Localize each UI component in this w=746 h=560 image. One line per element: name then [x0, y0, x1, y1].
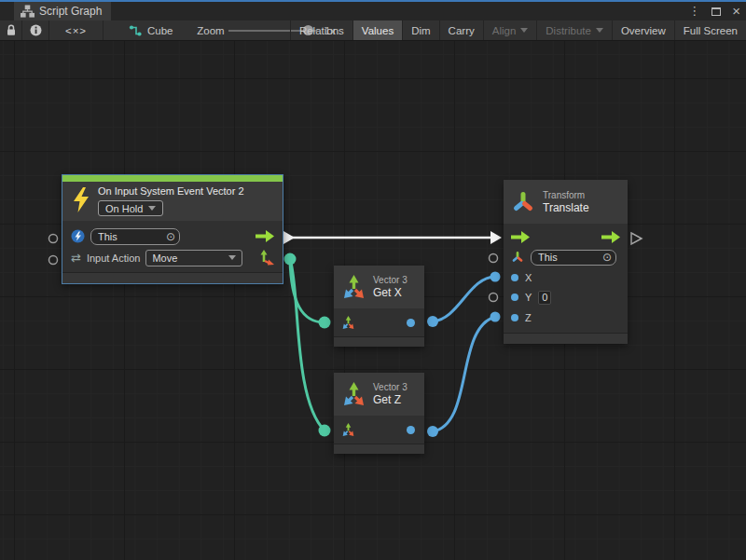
- lock-button[interactable]: [0, 20, 21, 40]
- vector3-input-icon: [341, 423, 355, 437]
- node-category: Vector 3: [373, 381, 408, 393]
- close-icon[interactable]: ×: [732, 2, 740, 20]
- overview-button[interactable]: Overview: [612, 20, 674, 40]
- input-action-label: Input Action: [87, 253, 141, 264]
- tab-title: Script Graph: [39, 5, 102, 18]
- event-this-row: This ⊙: [62, 225, 283, 247]
- float-input-dot[interactable]: [511, 294, 518, 301]
- float-output-dot[interactable]: [407, 426, 415, 434]
- translate-flow-row: [504, 227, 628, 248]
- float-input-dot[interactable]: [511, 314, 518, 321]
- port-y-value-field[interactable]: 0: [538, 291, 551, 305]
- node-title: Get Z: [373, 393, 408, 407]
- graph-target-label: Cube: [147, 25, 173, 36]
- target-picker-icon[interactable]: ⊙: [166, 231, 175, 242]
- info-icon: [30, 24, 42, 36]
- port-x-label: X: [525, 272, 532, 283]
- node-get-x[interactable]: Vector 3 Get X: [334, 266, 424, 347]
- graph-target-button[interactable]: Cube: [129, 20, 185, 40]
- flow-output-arrow-icon[interactable]: [601, 231, 620, 243]
- chevron-down-icon: [148, 206, 156, 211]
- node-title: Translate: [543, 201, 589, 215]
- float-input-dot[interactable]: [511, 274, 518, 281]
- tab-script-graph[interactable]: Script Graph: [14, 2, 111, 20]
- vector3-icon: [341, 382, 366, 407]
- vector3-icon: [341, 275, 366, 300]
- input-action-dropdown[interactable]: Move: [145, 250, 242, 266]
- port-y-label: Y: [525, 292, 532, 303]
- carry-button[interactable]: Carry: [439, 20, 483, 40]
- vector3-input-icon: [341, 316, 355, 330]
- node-footer: [504, 333, 628, 344]
- node-title: On Input System Event Vector 2: [98, 185, 244, 197]
- event-target-icon: [71, 229, 85, 243]
- node-category: Transform: [543, 189, 589, 201]
- align-dropdown[interactable]: Align: [483, 20, 537, 40]
- translate-this-field[interactable]: This ⊙: [531, 250, 616, 266]
- zoom-label: Zoom: [196, 20, 226, 40]
- transform-icon: [511, 190, 535, 214]
- dim-button[interactable]: Dim: [402, 20, 438, 40]
- node-footer: [62, 272, 283, 283]
- flow-output-arrow-icon[interactable]: [256, 230, 274, 242]
- graph-target-icon: [129, 24, 142, 37]
- code-icon: <×>: [65, 25, 87, 36]
- transform-input-icon: [511, 251, 524, 264]
- translate-z-row: Z: [504, 307, 628, 328]
- window-focus-line: [0, 0, 746, 2]
- relations-button[interactable]: Relations: [290, 20, 352, 40]
- graph-toolbar: <×> Cube Zoom 1x Relations Values Dim Ca…: [0, 20, 746, 41]
- script-graph-window: Script Graph ⋮ × <×>: [0, 0, 746, 560]
- translate-y-row: Y 0: [504, 288, 628, 308]
- node-get-z[interactable]: Vector 3 Get Z: [334, 373, 424, 454]
- chevron-down-icon: [520, 28, 528, 33]
- event-accent-bar: [62, 175, 283, 182]
- node-footer: [334, 444, 424, 454]
- distribute-dropdown[interactable]: Distribute: [536, 20, 612, 40]
- script-graph-icon: [21, 5, 35, 19]
- on-hold-dropdown[interactable]: On Hold: [98, 200, 163, 216]
- tab-bar: Script Graph ⋮ ×: [0, 0, 746, 20]
- target-picker-icon[interactable]: ⊙: [602, 252, 612, 263]
- full-screen-button[interactable]: Full Screen: [674, 20, 746, 40]
- chevron-down-icon: [596, 28, 603, 33]
- window-menu-icon[interactable]: ⋮: [688, 2, 700, 20]
- event-action-row: ⇄ Input Action Move: [62, 247, 283, 268]
- chevron-down-icon: [228, 255, 236, 260]
- node-on-input-system-event[interactable]: On Input System Event Vector 2 On Hold T…: [62, 174, 283, 284]
- info-button[interactable]: [22, 20, 48, 40]
- values-button[interactable]: Values: [352, 20, 402, 40]
- lightning-bolt-icon: [72, 187, 90, 212]
- float-output-dot[interactable]: [407, 319, 415, 327]
- node-category: Vector 3: [373, 274, 408, 286]
- translate-this-row: This ⊙: [504, 248, 628, 268]
- port-z-label: Z: [525, 312, 532, 323]
- edit-source-button[interactable]: <×>: [49, 20, 103, 40]
- event-this-field[interactable]: This ⊙: [90, 228, 180, 245]
- maximize-icon[interactable]: [711, 7, 721, 16]
- flow-input-arrow-icon[interactable]: [511, 231, 530, 243]
- vector2-type-icon: [259, 250, 274, 266]
- node-translate[interactable]: Transform Translate: [504, 180, 628, 344]
- input-action-icon: ⇄: [71, 252, 81, 264]
- node-footer: [334, 336, 424, 347]
- lock-icon: [6, 24, 17, 36]
- translate-x-row: X: [504, 267, 628, 288]
- node-title: Get X: [373, 286, 408, 300]
